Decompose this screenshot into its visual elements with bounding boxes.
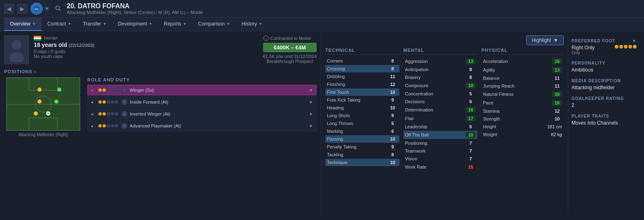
pitch-center-circle: [35, 96, 51, 112]
menu-transfer[interactable]: Transfer ▼: [77, 18, 112, 31]
positions-header[interactable]: POSITIONS ›: [4, 69, 317, 74]
role-dropdown-1[interactable]: ▼: [309, 100, 313, 104]
phys-stamina: Stamina 12: [481, 107, 564, 115]
overview-dropdown-arrow: ▼: [32, 22, 36, 26]
comparison-dropdown-arrow: ▼: [226, 22, 230, 26]
history-dropdown-arrow: ▼: [259, 22, 262, 26]
stat-heading: Heading10: [325, 104, 399, 111]
mental-title: MENTAL: [404, 48, 478, 55]
back-button[interactable]: ◀: [4, 4, 14, 14]
stat-marking: Marking6: [325, 127, 399, 135]
youth-line: No youth caps: [34, 54, 258, 59]
menu-bar: Overview ▼ Contract ▼ Transfer ▼ Develop…: [0, 18, 644, 31]
preferred-foot-stars: [615, 45, 637, 49]
stat-bravery: Bravery8: [404, 74, 478, 81]
mental-section: MENTAL Aggression13 Anticipation8 Braver…: [404, 48, 478, 213]
development-dropdown-arrow: ▼: [149, 22, 152, 26]
top-navigation: ◀ ▶ FK ▼ 20. DATRO FOFANA Attacking Midf…: [0, 0, 644, 18]
preferred-foot-title: PREFERRED FOOT ▼: [572, 39, 637, 43]
pitch-penalty-top: [29, 78, 58, 90]
info-icon-1[interactable]: i: [121, 99, 127, 105]
menu-overview[interactable]: Overview ▼: [4, 18, 42, 31]
right-stats-panel: Highlight ▼ TECHNICAL Corners8 Crossing8…: [321, 31, 644, 218]
reports-dropdown-arrow: ▼: [183, 22, 187, 26]
stat-decisions: Decisions6: [404, 98, 478, 105]
player-traits-title: PLAYER TRAITS: [572, 114, 637, 118]
star-3-2: [107, 124, 110, 127]
position-dot-2: [57, 88, 61, 92]
role-row-1[interactable]: ● i Inside Forward (At) ▼: [87, 97, 317, 107]
role-name-3: Advanced Playmaker (At): [130, 123, 309, 128]
info-icon-2[interactable]: i: [121, 111, 127, 117]
personality-value: Ambitious: [572, 67, 637, 73]
stat-free-kick: Free Kick Taking9: [325, 96, 399, 104]
phys-agility: Agility 13: [481, 66, 564, 74]
contract-dropdown-arrow: ▼: [68, 22, 71, 26]
nationality-row: Ivorian: [34, 35, 258, 41]
pitch-label: Attacking Midfielder (Right): [4, 132, 82, 137]
stat-flair: Flair17: [404, 114, 478, 123]
player-icon-dropdown[interactable]: ▼: [44, 6, 49, 11]
role-row-2[interactable]: ● i Inverted Winger (At) ▼: [87, 109, 317, 119]
star-1-1: [103, 100, 106, 104]
role-row-3[interactable]: ● i Advanced Playmaker (At) ▼: [87, 120, 317, 131]
player-club-icon[interactable]: FK: [30, 2, 43, 15]
stat-determination: Determination16: [404, 106, 478, 114]
stat-tackling: Tackling8: [325, 151, 399, 158]
menu-history[interactable]: History ▼: [236, 18, 268, 31]
stats-columns: TECHNICAL Corners8 Crossing8 Dribbling11…: [325, 48, 564, 213]
contract-salary: €1.5K p/w until 31/12/2024: [263, 54, 317, 59]
stat-anticipation: Anticipation8: [404, 66, 478, 73]
menu-development[interactable]: Development ▼: [112, 18, 158, 31]
info-icon-0[interactable]: i: [121, 87, 127, 93]
menu-reports[interactable]: Reports ▼: [158, 18, 192, 31]
nationality-label: Ivorian: [44, 35, 58, 40]
svg-point-2: [56, 6, 60, 9]
role-name-0: Winger (Su): [130, 88, 309, 93]
star-0-2: [107, 88, 110, 92]
pitch-penalty-bottom: [29, 118, 58, 130]
media-desc-section: MEDIA DESCRIPTION Attacking midfielder: [572, 79, 637, 90]
stars-2: [98, 112, 118, 116]
role-dropdown-0[interactable]: ▼: [309, 88, 313, 93]
highlight-button[interactable]: Highlight ▼: [526, 35, 564, 45]
svg-point-5: [9, 52, 24, 62]
positions-chevron: ›: [34, 69, 36, 74]
info-icon-3[interactable]: i: [121, 123, 127, 129]
pitch-container: Attacking Midfielder (Right): [4, 77, 82, 137]
stat-crossing: Crossing8: [325, 65, 399, 72]
stat-leadership: Leadership6: [404, 123, 478, 130]
stat-off-the-ball: Off The Ball10: [404, 131, 478, 139]
position-dot-1: [37, 88, 42, 92]
positions-area: Attacking Midfielder (Right) ROLE AND DU…: [4, 77, 317, 137]
player-details: Ivorian 18 years old (22/12/2002) 0 caps…: [34, 35, 258, 64]
phys-acceleration: Acceleration 16: [481, 57, 564, 65]
preferred-foot-collapse-icon[interactable]: ▼: [632, 39, 637, 43]
svg-line-3: [59, 9, 61, 11]
technical-section: TECHNICAL Corners8 Crossing8 Dribbling11…: [325, 48, 399, 213]
personality-title: PERSONALITY: [572, 61, 637, 65]
role-dropdown-2[interactable]: ▼: [309, 112, 313, 116]
stat-passing: Passing10: [325, 135, 399, 143]
stat-concentration: Concentration5: [404, 90, 478, 97]
star-2-3: [111, 112, 114, 116]
stat-composure: Composure10: [404, 81, 478, 90]
far-right-panel: PREFERRED FOOT ▼ Right Only Only: [568, 35, 640, 213]
pf-star-5: [633, 45, 637, 49]
forward-button[interactable]: ▶: [17, 4, 27, 14]
svg-text:FK: FK: [35, 7, 39, 11]
menu-comparison[interactable]: Comparison ▼: [192, 18, 236, 31]
stat-long-shots: Long Shots9: [325, 112, 399, 119]
stat-work-rate: Work Rate15: [404, 163, 478, 171]
age-line: 18 years old (22/12/2002): [34, 42, 258, 48]
star-2-2: [107, 112, 110, 116]
technical-title: TECHNICAL: [325, 48, 399, 55]
star-1-4: [115, 100, 118, 104]
physical-section: PHYSICAL Acceleration 16 Agility 13 Bala…: [481, 48, 564, 213]
role-row-0[interactable]: ● i Winger (Su) ▼: [87, 85, 317, 95]
stat-penalty-taking: Penalty Taking9: [325, 143, 399, 151]
role-dropdown-3[interactable]: ▼: [309, 124, 313, 128]
avatar: [4, 35, 29, 64]
menu-contract[interactable]: Contract ▼: [42, 18, 77, 31]
position-dot-4: [54, 100, 58, 104]
